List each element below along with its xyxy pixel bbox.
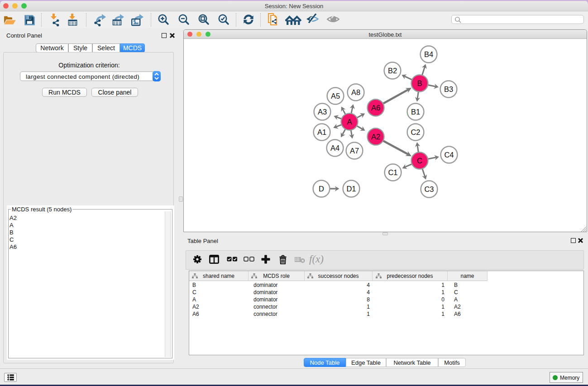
svg-text:C3: C3: [424, 185, 434, 193]
svg-text:A: A: [347, 118, 352, 126]
svg-text:C2: C2: [411, 128, 420, 136]
svg-text:A4: A4: [330, 144, 339, 152]
svg-text:C: C: [417, 157, 422, 165]
svg-text:D1: D1: [346, 185, 356, 193]
svg-text:A8: A8: [351, 88, 360, 96]
svg-text:B4: B4: [424, 50, 433, 58]
svg-text:B: B: [417, 79, 422, 87]
svg-text:B2: B2: [388, 67, 397, 75]
svg-text:B3: B3: [444, 85, 453, 93]
svg-text:C1: C1: [388, 168, 397, 176]
svg-text:A2: A2: [371, 133, 380, 141]
svg-text:C4: C4: [444, 151, 454, 159]
svg-text:D: D: [319, 185, 324, 193]
svg-text:A5: A5: [331, 92, 340, 100]
svg-text:A1: A1: [317, 128, 326, 136]
svg-text:A3: A3: [318, 108, 327, 116]
svg-text:A7: A7: [350, 147, 359, 155]
svg-text:B1: B1: [411, 108, 420, 116]
svg-text:A6: A6: [371, 104, 380, 112]
